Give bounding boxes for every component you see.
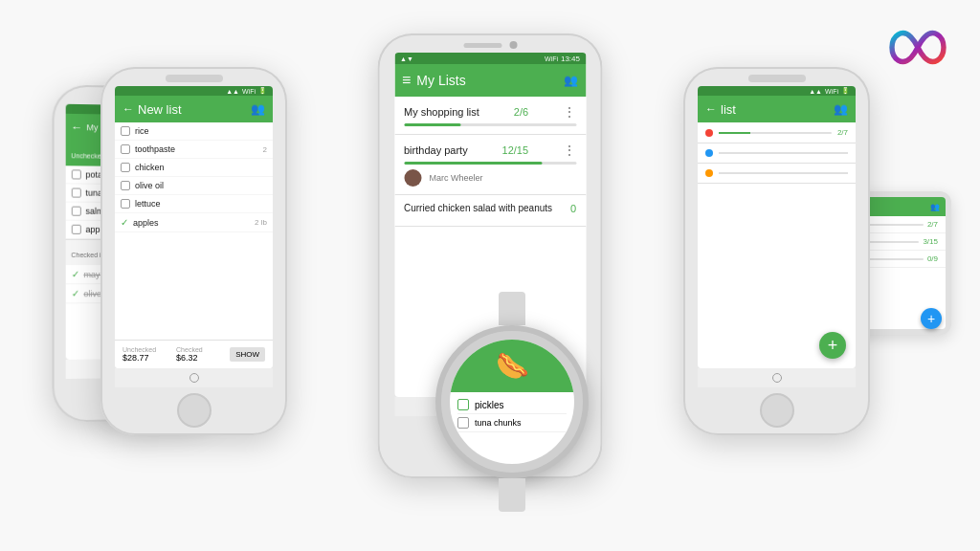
watch-checkbox[interactable] <box>457 399 469 410</box>
watch-food-icon: 🌭 <box>496 350 529 382</box>
status-time: 13:45 <box>561 55 580 63</box>
tablet-count: 2/7 <box>927 220 938 229</box>
watch-screen: 🌭 pickles tuna chunks <box>450 340 574 464</box>
item-qty: 2 lb <box>255 218 267 227</box>
list-progress-bar-bg <box>719 132 832 134</box>
status-bar: ▲▲ WiFi 🔋 <box>115 86 273 96</box>
front-camera <box>509 41 517 49</box>
watch-item: tuna chunks <box>457 414 567 432</box>
shared-user: Marc Wheeler <box>404 168 576 187</box>
group-icon[interactable]: 👥 <box>930 203 940 211</box>
show-button[interactable]: SHOW <box>230 347 265 362</box>
checkbox-icon[interactable] <box>121 181 130 190</box>
item-qty: 2 <box>263 145 267 154</box>
list-bar <box>719 152 848 154</box>
group-icon[interactable]: 👥 <box>564 74 578 87</box>
more-options-icon[interactable]: ⋮ <box>563 143 576 158</box>
watch-checkbox[interactable] <box>457 417 469 429</box>
list-card-title: My shopping list <box>404 106 479 118</box>
item-name: rice <box>135 126 149 136</box>
phone-screen-left: ▲▲ WiFi 🔋 ← New list 👥 rice toothpaste 2 <box>115 86 273 368</box>
list-card-count: 0 <box>570 203 576 214</box>
progress-bar-fill <box>404 123 460 126</box>
bottom-bar <box>115 368 273 387</box>
right-list-row[interactable]: 2/7 <box>698 122 856 143</box>
nav-circle <box>772 373 782 383</box>
checked-label: Checked <box>176 346 224 353</box>
checkbox-icon[interactable] <box>121 163 130 172</box>
checkbox-icon[interactable] <box>121 199 130 209</box>
checkbox-icon[interactable] <box>121 126 130 136</box>
list-card-shopping[interactable]: My shopping list 2/6 ⋮ <box>394 97 586 135</box>
list-progress-fill <box>719 132 750 134</box>
watch-item-name: pickles <box>475 400 504 410</box>
watch-green-area: 🌭 <box>450 340 574 392</box>
item-name: chicken <box>135 163 165 172</box>
phone-left: ▲▲ WiFi 🔋 ← New list 👥 rice toothpaste 2 <box>100 67 287 435</box>
list-item: rice <box>115 122 273 141</box>
home-button[interactable] <box>177 393 212 428</box>
left-phone-title: New list <box>138 102 251 117</box>
list-color-dot <box>705 149 713 157</box>
item-name: lettuce <box>135 199 161 209</box>
checkbox-icon[interactable] <box>121 144 130 154</box>
progress-bar-bg <box>404 123 576 126</box>
list-card-curried[interactable]: Curried chicken salad with peanuts 0 <box>394 195 586 227</box>
list-count: 2/7 <box>837 128 848 137</box>
list-item: olive oil <box>115 177 273 195</box>
list-color-dot <box>705 169 713 177</box>
right-list-row[interactable] <box>698 143 856 164</box>
checkmark-icon: ✓ <box>71 288 78 298</box>
home-button[interactable] <box>760 393 794 428</box>
checkmark-icon: ✓ <box>121 217 128 228</box>
app-bar-left: ← New list 👥 <box>115 96 273 122</box>
right-phone-title: list <box>721 102 834 117</box>
menu-icon[interactable]: ≡ <box>402 72 411 89</box>
unchecked-label: Unchecked <box>122 346 170 353</box>
phone-speaker <box>400 39 580 51</box>
list-card-header: birthday party 12/15 ⋮ <box>404 143 576 158</box>
phone-notch <box>166 75 223 82</box>
checkbox-icon[interactable] <box>71 225 80 234</box>
phone-notch <box>748 75 806 82</box>
center-title: My Lists <box>416 73 564 88</box>
app-bar-center: ≡ My Lists 👥 <box>394 64 586 97</box>
fab-button[interactable]: + <box>921 308 942 329</box>
group-icon[interactable]: 👥 <box>251 102 265 116</box>
item-name: toothpaste <box>135 144 175 154</box>
back-arrow-icon[interactable]: ← <box>705 102 717 116</box>
checkmark-icon: ✓ <box>71 269 78 279</box>
fab-button[interactable]: + <box>819 332 846 359</box>
user-name: Marc Wheeler <box>429 173 482 183</box>
list-card-birthday[interactable]: birthday party 12/15 ⋮ Marc Wheeler <box>394 135 586 195</box>
group-icon[interactable]: 👥 <box>834 102 848 116</box>
checked-total: $6.32 <box>176 353 224 363</box>
watch-shell: 🌭 pickles tuna chunks <box>435 325 589 478</box>
tablet-count: 0/9 <box>927 254 938 263</box>
list-card-header: Curried chicken salad with peanuts 0 <box>404 203 576 214</box>
watch-band-bottom <box>499 478 525 512</box>
scene: ▲▲▲ 📶 🔋 ← My shopping list 👥 Unchecked p… <box>0 0 980 551</box>
checkbox-icon[interactable] <box>71 207 80 216</box>
checkbox-icon[interactable] <box>71 187 80 197</box>
app-bar-right: ← list 👥 <box>698 96 856 122</box>
unchecked-price: Unchecked $28.77 <box>122 346 170 363</box>
status-bar: ▲▲ WiFi 🔋 <box>698 86 856 96</box>
checkbox-icon[interactable] <box>71 169 80 179</box>
tablet-count: 3/15 <box>923 237 938 246</box>
back-arrow-icon[interactable]: ← <box>122 102 134 116</box>
watch-band-top <box>499 292 525 325</box>
item-name: apples <box>133 218 159 228</box>
list-item: toothpaste 2 <box>115 141 273 159</box>
list-card-header: My shopping list 2/6 ⋮ <box>404 104 576 120</box>
list-item: lettuce <box>115 195 273 213</box>
list-card-title: Curried chicken salad with peanuts <box>404 203 570 213</box>
checked-price: Checked $6.32 <box>176 346 224 363</box>
phone-screen-right: ▲▲ WiFi 🔋 ← list 👥 2/7 <box>698 86 856 368</box>
item-name: olive oil <box>135 181 164 190</box>
right-list-row[interactable] <box>698 164 856 184</box>
watch-item-name: tuna chunks <box>475 418 522 428</box>
watch: 🌭 pickles tuna chunks <box>435 292 589 512</box>
list-item-checked: ✓ apples 2 lb <box>115 213 273 232</box>
more-options-icon[interactable]: ⋮ <box>563 104 576 120</box>
